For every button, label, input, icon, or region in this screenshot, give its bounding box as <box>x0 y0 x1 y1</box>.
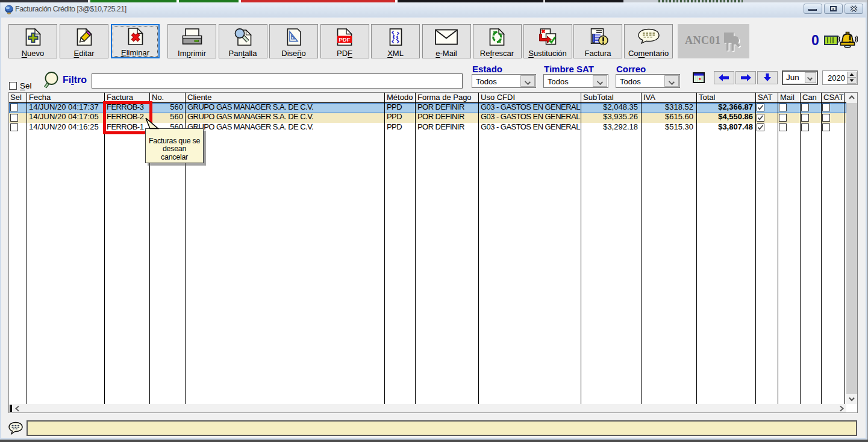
svg-text:PDF: PDF <box>339 36 351 43</box>
